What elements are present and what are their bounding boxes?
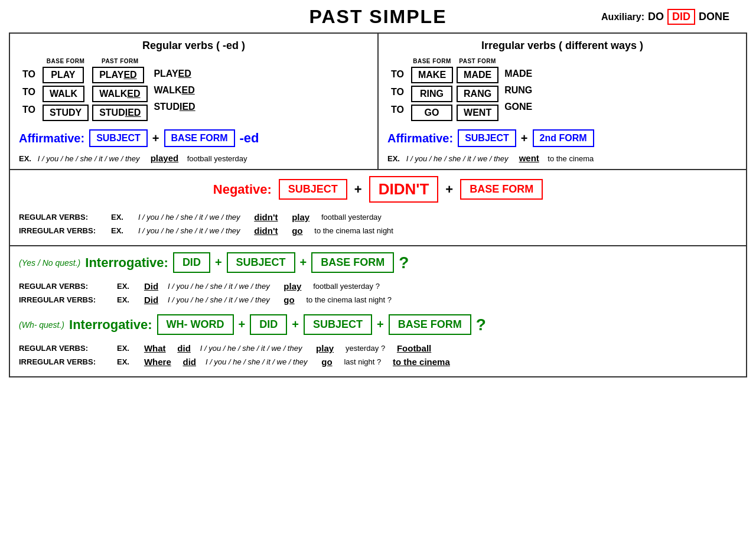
- yesno-qmark: ?: [399, 253, 409, 272]
- irr-plus: +: [521, 132, 528, 145]
- wh-regular-subjects: I / you / he / she / it / we / they: [200, 344, 302, 353]
- page-title: PAST SIMPLE: [309, 6, 447, 28]
- neg-didnt-box: DIDN'T: [369, 176, 439, 203]
- aux-done: DONE: [699, 11, 729, 23]
- irr-plain-rung: RUNG: [502, 83, 535, 97]
- to-row-2: TO: [19, 84, 39, 100]
- wh-plus-3: +: [377, 318, 384, 331]
- base-form-col: BASE FORM PLAY WALK STUDY: [43, 58, 89, 121]
- past-form-label: PAST FORM: [92, 58, 148, 64]
- yesno-irregular-ex: EX.: [117, 295, 135, 304]
- regular-subject-box: SUBJECT: [89, 129, 148, 147]
- past-walked-box: WALKED: [92, 86, 147, 102]
- irr-2nd-form-box: 2nd FORM: [533, 129, 594, 147]
- yesno-irregular-rest: to the cinema last night ?: [306, 295, 392, 304]
- wh-interrog-label: Interrogative:: [69, 317, 152, 333]
- yesno-irregular-row: IRREGULAR VERBS: EX. Did I / you / he / …: [19, 295, 737, 305]
- regular-verbs-cell: Regular verbs ( -ed ) TO TO TO: [9, 33, 378, 170]
- wh-subject-box: SUBJECT: [304, 314, 372, 335]
- irr-made-box: MADE: [457, 67, 498, 83]
- irregular-example: EX. I / you / he / she / it / we / they …: [387, 153, 737, 163]
- yesno-regular-verb: play: [284, 281, 301, 291]
- regular-header: Regular verbs ( -ed ): [19, 40, 369, 52]
- base-study: STUDY: [43, 105, 89, 121]
- neg-irregular-didnt: didn't: [254, 226, 278, 236]
- regular-ex-verb: played: [151, 153, 179, 163]
- neg-plus-1: +: [354, 182, 362, 197]
- neg-subject-box: SUBJECT: [279, 179, 347, 200]
- past-form-plain-col: PLAYED WALKED STUDIED: [151, 58, 197, 114]
- irr-base-make: MAKE: [411, 67, 453, 83]
- yesno-did-box: DID: [173, 252, 210, 273]
- past-plain-1: PLAYED: [151, 67, 197, 81]
- irr-base-label: BASE FORM: [411, 58, 453, 64]
- irr-ex-subjects: I / you / he / she / it / we / they: [406, 154, 509, 163]
- wh-word-box: WH- WORD: [157, 314, 234, 335]
- regular-example: EX. I / you / he / she / it / we / they …: [19, 153, 369, 163]
- base-walk: WALK: [43, 86, 84, 102]
- to-1: TO: [19, 67, 39, 82]
- to-2: TO: [19, 84, 39, 100]
- wh-irregular-rest: last night ?: [344, 357, 381, 366]
- wh-regular-type: REGULAR VERBS:: [19, 344, 113, 353]
- yesno-regular-rest: football yesterday ?: [313, 282, 380, 291]
- wh-did-box: DID: [250, 314, 287, 335]
- irr-ex-rest: to the cinema: [548, 154, 594, 163]
- wh-regular-row: REGULAR VERBS: EX. What did I / you / he…: [19, 343, 737, 353]
- neg-irregular-rest: to the cinema last night: [314, 226, 393, 235]
- yesno-interrog-label: Interrogative:: [85, 255, 168, 271]
- interrogative-cell: (Yes / No quest.) Interrogative: DID + S…: [9, 246, 747, 377]
- regular-ed: -ed: [240, 131, 259, 146]
- to-col: TO TO TO: [19, 58, 39, 118]
- wh-irregular-answer: to the cinema: [393, 357, 450, 367]
- yesno-base-form-box: BASE FORM: [311, 252, 394, 273]
- regular-base-form-box: BASE FORM: [164, 129, 235, 147]
- neg-regular-row: REGULAR VERBS: EX. I / you / he / she / …: [19, 212, 737, 222]
- aux-do: DO: [648, 11, 664, 23]
- yesno-irregular-did: Did: [144, 295, 158, 305]
- irr-base-ring: RING: [411, 86, 452, 102]
- aux-did: DID: [667, 9, 695, 25]
- yesno-irregular-type: IRREGULAR VERBS:: [19, 295, 113, 304]
- auxiliary-row: Auxiliary: DO DID DONE: [601, 9, 729, 25]
- wh-plus-2: +: [292, 318, 299, 331]
- neg-irregular-verb: go: [292, 226, 302, 236]
- plain-studied: STUDIED: [151, 100, 197, 114]
- plus-1: +: [152, 132, 159, 145]
- wh-regular-verb: play: [316, 343, 334, 353]
- yesno-title-row: (Yes / No quest.) Interrogative: DID + S…: [19, 252, 737, 273]
- irr-went-box: WENT: [457, 105, 498, 121]
- past-plain-3: STUDIED: [151, 100, 197, 114]
- yesno-regular-row: REGULAR VERBS: EX. Did I / you / he / sh…: [19, 281, 737, 291]
- past-played-box: PLAYED: [92, 67, 144, 83]
- neg-regular-verb: play: [292, 212, 309, 222]
- auxiliary-label: Auxiliary:: [601, 12, 644, 22]
- wh-irregular-ex: EX.: [117, 357, 135, 366]
- neg-regular-subjects: I / you / he / she / it / we / they: [138, 213, 240, 222]
- irr-rang-box: RANG: [457, 86, 498, 102]
- neg-irregular-ex: EX.: [111, 226, 129, 235]
- wh-title-row: (Wh- quest.) Interrogative: WH- WORD + D…: [19, 314, 737, 335]
- irr-to-col: TO TO TO: [387, 58, 408, 118]
- irr-past-col: PAST FORM MADE RANG WENT: [457, 58, 498, 121]
- past-form-col: PAST FORM PLAYED WALKED STUDIED: [92, 58, 148, 121]
- negative-title-row: Negative: SUBJECT + DIDN'T + BASE FORM: [19, 176, 737, 203]
- to-row-3: TO: [19, 102, 39, 118]
- title-row: PAST SIMPLE Auxiliary: DO DID DONE: [9, 6, 747, 28]
- irr-past-label: PAST FORM: [457, 58, 498, 64]
- irregular-affirmative-label: Affirmative:: [387, 132, 453, 145]
- irr-plain-gone: GONE: [502, 100, 535, 114]
- wh-label: (Wh- quest.): [19, 320, 64, 330]
- neg-irregular-type: IRREGULAR VERBS:: [19, 226, 107, 235]
- yesno-regular-did: Did: [144, 281, 158, 291]
- base-play: PLAY: [43, 67, 84, 83]
- negative-label: Negative:: [213, 182, 272, 197]
- past-row-1: PLAYED: [92, 67, 148, 83]
- base-row-3: STUDY: [43, 105, 89, 121]
- yesno-plus-2: +: [300, 256, 307, 269]
- base-form-label: BASE FORM: [43, 58, 89, 64]
- irr-base-go: GO: [411, 105, 452, 121]
- wh-irregular-row: IRREGULAR VERBS: EX. Where did I / you /…: [19, 357, 737, 367]
- wh-irregular-did: did: [183, 357, 197, 367]
- wh-regular-did: did: [177, 343, 191, 353]
